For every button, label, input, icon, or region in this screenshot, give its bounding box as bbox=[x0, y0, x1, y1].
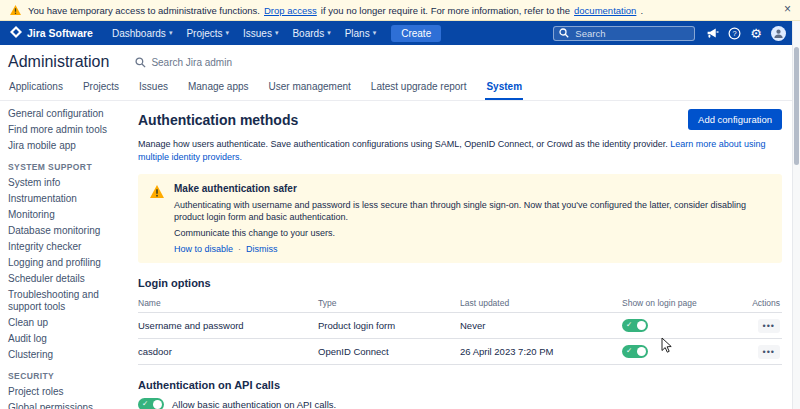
sidebar-item-logging-and-profiling[interactable]: Logging and profiling bbox=[8, 257, 126, 269]
admin-search-placeholder: Search Jira admin bbox=[151, 57, 232, 68]
sidebar-item-scheduler-details[interactable]: Scheduler details bbox=[8, 273, 126, 285]
sidebar-item-audit-log[interactable]: Audit log bbox=[8, 333, 126, 345]
sidebar-item-instrumentation[interactable]: Instrumentation bbox=[8, 193, 126, 205]
sidebar-item-troubleshooting[interactable]: Troubleshooting and support tools bbox=[8, 289, 126, 313]
add-configuration-button[interactable]: Add configuration bbox=[688, 109, 782, 130]
chevron-down-icon: ▾ bbox=[275, 29, 279, 37]
announcement-icon[interactable] bbox=[706, 27, 719, 39]
tab-system[interactable]: System bbox=[485, 77, 523, 100]
tab-manage-apps[interactable]: Manage apps bbox=[187, 77, 250, 100]
tab-user-management[interactable]: User management bbox=[268, 77, 352, 100]
col-header-type: Type bbox=[318, 298, 460, 308]
sidebar-item-jira-mobile-app[interactable]: Jira mobile app bbox=[8, 140, 126, 152]
create-button[interactable]: Create bbox=[391, 25, 441, 42]
link-separator: · bbox=[238, 243, 241, 255]
sidebar-item-integrity-checker[interactable]: Integrity checker bbox=[8, 241, 126, 253]
nav-plans[interactable]: Plans▾ bbox=[338, 28, 384, 39]
api-auth-label: Allow basic authentication on API calls. bbox=[172, 399, 336, 409]
banner-text-end: . bbox=[640, 5, 643, 16]
tab-projects[interactable]: Projects bbox=[82, 77, 120, 100]
content-title: Authentication methods bbox=[138, 112, 298, 128]
nav-issues-label: Issues bbox=[243, 28, 272, 39]
close-icon[interactable]: × bbox=[784, 2, 791, 16]
tab-issues[interactable]: Issues bbox=[138, 77, 169, 100]
sidebar-item-system-info[interactable]: System info bbox=[8, 177, 126, 189]
api-auth-title: Authentication on API calls bbox=[138, 379, 782, 391]
temporary-access-banner: You have temporary access to administrat… bbox=[0, 0, 800, 21]
chevron-down-icon: ▾ bbox=[226, 29, 230, 37]
col-header-actions: Actions bbox=[750, 298, 782, 308]
show-on-login-toggle[interactable] bbox=[622, 319, 648, 332]
brand-label: Jira Software bbox=[27, 27, 93, 39]
main-content: Authentication methods Add configuration… bbox=[130, 101, 800, 409]
page-scrollbar[interactable] bbox=[792, 21, 800, 409]
row-actions-button[interactable]: ••• bbox=[758, 345, 780, 359]
col-header-name: Name bbox=[138, 298, 318, 308]
col-header-last-updated: Last updated bbox=[460, 298, 622, 308]
sidebar-item-monitoring[interactable]: Monitoring bbox=[8, 209, 126, 221]
warning-icon bbox=[10, 5, 21, 15]
sidebar-item-clean-up[interactable]: Clean up bbox=[8, 317, 126, 329]
navbar-search-input[interactable] bbox=[573, 27, 689, 40]
nav-dashboards-label: Dashboards bbox=[112, 28, 166, 39]
user-avatar[interactable] bbox=[771, 26, 786, 41]
system-sidebar: General configuration Find more admin to… bbox=[0, 101, 130, 409]
row-actions-button[interactable]: ••• bbox=[758, 319, 780, 333]
svg-text:?: ? bbox=[733, 29, 737, 38]
search-icon bbox=[559, 28, 569, 38]
admin-tabs: Applications Projects Issues Manage apps… bbox=[0, 75, 800, 101]
row-last-updated: Never bbox=[460, 320, 622, 331]
navbar-search[interactable] bbox=[553, 26, 695, 41]
api-auth-toggle[interactable] bbox=[138, 398, 164, 409]
page-title: Administration bbox=[8, 53, 109, 71]
show-on-login-toggle[interactable] bbox=[622, 345, 648, 358]
nav-projects[interactable]: Projects▾ bbox=[179, 28, 236, 39]
login-options-table: Name Type Last updated Show on login pag… bbox=[138, 295, 782, 365]
intro-sentence: Manage how users authenticate. Save auth… bbox=[138, 139, 668, 149]
table-row: casdoor OpenID Connect 26 April 2023 7:2… bbox=[138, 339, 782, 365]
help-icon[interactable]: ? bbox=[728, 27, 741, 40]
banner-text-middle: if you no longer require it. For more in… bbox=[321, 5, 570, 16]
row-name: casdoor bbox=[138, 346, 318, 357]
sidebar-item-global-permissions[interactable]: Global permissions bbox=[8, 402, 126, 409]
sidebar-item-database-monitoring[interactable]: Database monitoring bbox=[8, 225, 126, 237]
sidebar-section-security: SECURITY bbox=[8, 371, 126, 381]
top-navbar: Jira Software Dashboards▾ Projects▾ Issu… bbox=[0, 21, 800, 45]
row-type: Product login form bbox=[318, 320, 460, 331]
jira-brand[interactable]: Jira Software bbox=[10, 26, 93, 40]
settings-gear-icon[interactable]: ⚙ bbox=[750, 27, 762, 40]
admin-search[interactable]: Search Jira admin bbox=[135, 57, 232, 68]
table-header-row: Name Type Last updated Show on login pag… bbox=[138, 295, 782, 313]
scrollbar-thumb[interactable] bbox=[794, 47, 799, 165]
drop-access-link[interactable]: Drop access bbox=[264, 5, 317, 16]
sidebar-item-general-configuration[interactable]: General configuration bbox=[8, 108, 126, 120]
tab-applications[interactable]: Applications bbox=[8, 77, 64, 100]
sidebar-item-find-more-admin-tools[interactable]: Find more admin tools bbox=[8, 124, 126, 136]
dismiss-link[interactable]: Dismiss bbox=[246, 243, 278, 255]
warning-icon bbox=[150, 184, 164, 255]
banner-text-start: You have temporary access to administrat… bbox=[28, 5, 260, 16]
warning-body-2: Communicate this change to your users. bbox=[174, 227, 770, 239]
row-last-updated: 26 April 2023 7:20 PM bbox=[460, 346, 622, 357]
sidebar-item-project-roles[interactable]: Project roles bbox=[8, 386, 126, 398]
intro-text: Manage how users authenticate. Save auth… bbox=[138, 138, 782, 164]
chevron-down-icon: ▾ bbox=[373, 29, 377, 37]
nav-boards[interactable]: Boards▾ bbox=[285, 28, 337, 39]
nav-issues[interactable]: Issues▾ bbox=[236, 28, 285, 39]
nav-projects-label: Projects bbox=[186, 28, 222, 39]
nav-plans-label: Plans bbox=[345, 28, 370, 39]
warning-panel: Make authentication safer Authenticating… bbox=[138, 174, 782, 263]
documentation-link[interactable]: documentation bbox=[574, 5, 636, 16]
search-icon bbox=[135, 57, 146, 68]
chevron-down-icon: ▾ bbox=[169, 29, 173, 37]
admin-header: Administration Search Jira admin bbox=[0, 45, 800, 75]
nav-dashboards[interactable]: Dashboards▾ bbox=[105, 28, 179, 39]
tab-latest-upgrade-report[interactable]: Latest upgrade report bbox=[370, 77, 468, 100]
row-type: OpenID Connect bbox=[318, 346, 460, 357]
warning-body-1: Authenticating with username and passwor… bbox=[174, 199, 770, 223]
row-name: Username and password bbox=[138, 320, 318, 331]
how-to-disable-link[interactable]: How to disable bbox=[174, 243, 233, 255]
nav-boards-label: Boards bbox=[292, 28, 324, 39]
jira-logo-icon bbox=[10, 26, 22, 40]
sidebar-item-clustering[interactable]: Clustering bbox=[8, 349, 126, 361]
